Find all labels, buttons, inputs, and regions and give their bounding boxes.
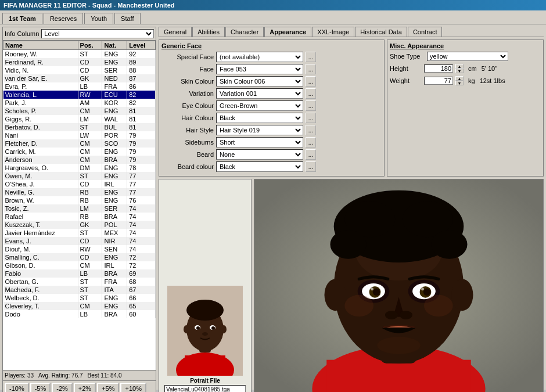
table-row[interactable]: Park, J. AM KOR 82 (3, 99, 156, 107)
table-row[interactable]: Javier Hernández ST MEX 74 (3, 229, 156, 237)
table-row[interactable]: Nani LW POR 79 (3, 131, 156, 139)
btn-plus10[interactable]: +10% (120, 383, 146, 392)
player-pos: LM (78, 204, 102, 213)
weight-input[interactable] (424, 77, 453, 85)
players-table: Name Pos. Nat. Level Rooney, W. ST ENG 9… (3, 41, 156, 318)
weight-up[interactable]: ▲ (455, 76, 464, 81)
table-row[interactable]: Giggs, R. LM WAL 81 (3, 115, 156, 123)
field-dots-0[interactable]: ... (306, 52, 316, 62)
field-dots-7[interactable]: ... (306, 137, 316, 148)
height-input[interactable] (424, 64, 453, 73)
tab-staff[interactable]: Staff (114, 13, 140, 24)
table-row[interactable]: Valencia, L. RW ECU 82 (3, 91, 156, 99)
shoe-type-select[interactable]: yellow (427, 52, 508, 61)
player-level: 81 (127, 107, 156, 115)
height-up[interactable]: ▲ (455, 64, 464, 69)
tab-historical-data[interactable]: Historical Data (355, 27, 407, 37)
table-row[interactable]: Rafael RB BRA 74 (3, 213, 156, 221)
table-row[interactable]: Vidic, N. CD SER 88 (3, 66, 156, 74)
field-select-4[interactable]: Green-Brown (216, 100, 303, 111)
portrait-filename[interactable] (164, 385, 246, 392)
table-row[interactable]: Scholes, P. CM ENG 81 (3, 107, 156, 115)
btn-minus5[interactable]: -5% (30, 383, 51, 392)
field-select-5[interactable]: Black (216, 113, 303, 123)
player-nat: SER (102, 66, 127, 74)
table-row[interactable]: Brown, W. RB ENG 76 (3, 196, 156, 204)
player-nat: IRL (102, 180, 127, 188)
height-imperial: 5' 10" (482, 65, 497, 72)
table-row[interactable]: Smalling, C. CD ENG 72 (3, 253, 156, 261)
field-dots-2[interactable]: ... (306, 76, 316, 87)
table-row[interactable]: Anderson CM BRA 79 (3, 156, 156, 164)
btn-minus2[interactable]: -2% (52, 383, 73, 392)
weight-down[interactable]: ▼ (455, 81, 464, 85)
table-row[interactable]: Tosic, Z. LM SER 74 (3, 204, 156, 213)
tab-1st-team[interactable]: 1st Team (2, 13, 42, 24)
height-down[interactable]: ▼ (455, 69, 464, 73)
tab-xxl-image[interactable]: XXL-Image (312, 27, 354, 37)
btn-plus2[interactable]: +2% (74, 383, 96, 392)
btn-plus5[interactable]: +5% (97, 383, 119, 392)
player-nat: POR (102, 131, 127, 139)
field-dots-5[interactable]: ... (306, 113, 316, 123)
btn-minus10[interactable]: -10% (5, 383, 29, 392)
table-row[interactable]: Gibson, D. CM IRL 72 (3, 261, 156, 269)
field-dots-8[interactable]: ... (306, 149, 316, 160)
table-row[interactable]: van der Sar, E. GK NED 87 (3, 74, 156, 82)
tab-character[interactable]: Character (225, 27, 264, 37)
table-row[interactable]: Diouf, M. RW SEN 74 (3, 245, 156, 253)
player-level: 79 (127, 131, 156, 139)
tab-contract[interactable]: Contract (408, 27, 443, 37)
field-select-7[interactable]: Short (216, 137, 303, 148)
player-pos: CM (78, 261, 102, 269)
action-buttons-row: -10% -5% -2% +2% +5% +10% (3, 380, 156, 392)
field-select-0[interactable]: (not available) (216, 52, 303, 62)
field-select-6[interactable]: Hair Style 019 (216, 125, 303, 135)
player-level: 74 (127, 204, 156, 213)
table-row[interactable]: Rooney, W. ST ENG 92 (3, 50, 156, 59)
player-nat: FRA (102, 82, 127, 91)
table-row[interactable]: Fabio LB BRA 69 (3, 269, 156, 278)
table-row[interactable]: Ferdinand, R. CD ENG 89 (3, 58, 156, 66)
table-row[interactable]: Welbeck, D. ST ENG 66 (3, 294, 156, 302)
table-row[interactable]: Macheda, F. ST ITA 67 (3, 286, 156, 294)
player-pos: CM (78, 302, 102, 310)
player-level: 79 (127, 148, 156, 156)
field-select-2[interactable]: Skin Colour 006 (216, 76, 303, 87)
player-nat: BRA (102, 213, 127, 221)
field-dots-6[interactable]: ... (306, 125, 316, 135)
table-row[interactable]: Dodo LB BRA 60 (3, 310, 156, 318)
player-pos: CD (78, 237, 102, 245)
main-tabs-row: 1st Team Reserves Youth Staff (0, 10, 546, 24)
field-dots-9[interactable]: ... (306, 161, 316, 172)
player-pos: CD (78, 253, 102, 261)
table-row[interactable]: O'Shea, J. CD IRL 77 (3, 180, 156, 188)
field-dots-3[interactable]: ... (306, 88, 316, 99)
tab-appearance[interactable]: Appearance (264, 27, 311, 37)
tab-reserves[interactable]: Reserves (44, 13, 83, 24)
field-dots-1[interactable]: ... (306, 64, 316, 74)
field-dots-4[interactable]: ... (306, 100, 316, 111)
tab-youth[interactable]: Youth (84, 13, 113, 24)
table-row[interactable]: Evans, J. CD NIR 74 (3, 237, 156, 245)
field-select-9[interactable]: Black (216, 161, 303, 172)
player-name: Evra, P. (3, 82, 78, 91)
field-select-1[interactable]: Face 053 (216, 64, 303, 74)
table-row[interactable]: Hargreaves, O. DM ENG 78 (3, 164, 156, 172)
table-row[interactable]: Kuszczak, T. GK POL 74 (3, 221, 156, 229)
table-row[interactable]: Owen, M. ST ENG 77 (3, 172, 156, 180)
tab-general[interactable]: General (159, 27, 192, 37)
table-row[interactable]: Cleverley, T. CM ENG 65 (3, 302, 156, 310)
tab-abilities[interactable]: Abilities (192, 27, 225, 37)
table-row[interactable]: Berbatov, D. ST BUL 81 (3, 123, 156, 131)
table-row[interactable]: Carrick, M. CM ENG 79 (3, 148, 156, 156)
table-row[interactable]: Neville, G. RB ENG 77 (3, 188, 156, 196)
table-row[interactable]: Obertan, G. ST FRA 68 (3, 278, 156, 286)
table-row[interactable]: Fletcher, D. CM SCO 79 (3, 139, 156, 148)
field-select-8[interactable]: None (216, 149, 303, 160)
table-row[interactable]: Evra, P. LB FRA 86 (3, 82, 156, 91)
player-name: Park, J. (3, 99, 78, 107)
info-column-select[interactable]: Level (41, 29, 154, 38)
field-select-3[interactable]: Variation 001 (216, 88, 303, 99)
player-level: 79 (127, 156, 156, 164)
